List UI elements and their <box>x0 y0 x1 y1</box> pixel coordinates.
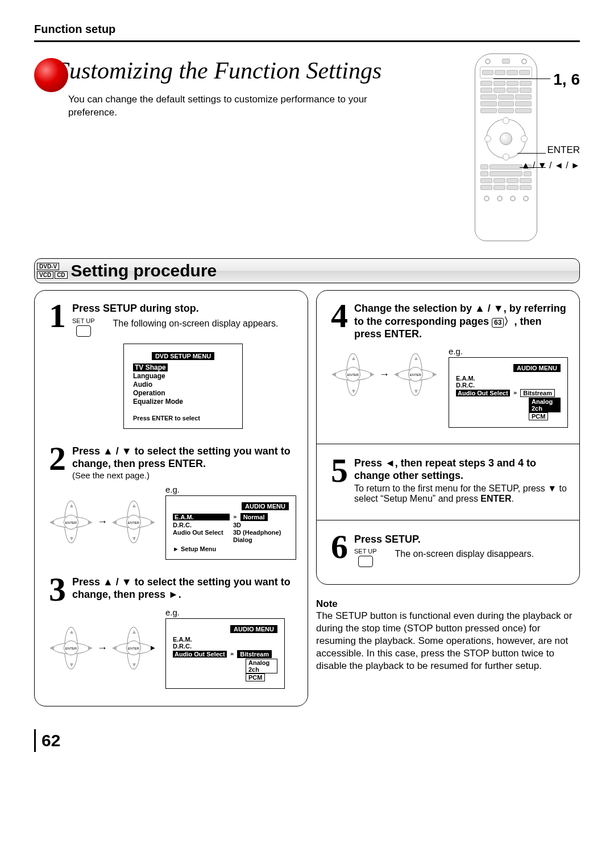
control-pad-icon: ENTER ▲▼◀▶ <box>330 353 376 396</box>
osd-option-selected: Analog 2ch <box>529 398 561 412</box>
procedure-banner: DVD-V VCD CD Setting procedure <box>34 258 580 283</box>
osd-hint: Press ENTER to select <box>133 415 233 421</box>
step-number: 4 <box>328 302 351 329</box>
arrow-right-icon: → <box>379 369 389 381</box>
step-heading: Press SETUP. <box>354 533 568 546</box>
osd-row-label-selected: Audio Out Select <box>456 390 510 396</box>
control-pad-icon: ENTER ▲▼◀▶ <box>111 501 156 543</box>
osd-row-value: 3D (Headphone) <box>233 529 281 536</box>
osd-title: DVD SETUP MENU <box>152 352 214 360</box>
step-4: 4 Change the selection by ▲ / ▼, by refe… <box>328 302 568 428</box>
section-label: Function setup <box>34 23 580 36</box>
setup-key-icon: SET UP <box>354 548 377 567</box>
step-subtext: The on-screen display disappears. <box>395 549 534 559</box>
osd-item: Audio <box>133 381 233 388</box>
callout-setup-steps: 1, 6 <box>553 71 580 89</box>
osd-item: Operation <box>133 389 233 397</box>
step-subtext: (See the next page.) <box>72 470 296 480</box>
osd-line: E.A.M. <box>456 375 561 382</box>
format-badge-dvdv: DVD-V <box>37 263 59 270</box>
osd-item: Equalizer Mode <box>133 398 233 406</box>
osd-option-selected: Bitstream <box>237 650 272 658</box>
divider <box>317 444 579 444</box>
osd-item: Language <box>133 372 233 380</box>
remote-led <box>521 59 527 64</box>
rule <box>34 40 580 42</box>
page-number-bar <box>34 729 36 752</box>
osd-row-label-selected: E.A.M. <box>173 514 230 520</box>
example-label: e.g. <box>165 485 296 494</box>
remote-top-btn <box>502 59 510 64</box>
step-subtext: The following on-screen display appears. <box>113 319 279 329</box>
decorative-sphere <box>34 58 68 92</box>
osd-dvd-setup-menu: DVD SETUP MENU TV Shape Language Audio O… <box>123 344 243 429</box>
osd-line: E.A.M. <box>173 636 277 643</box>
osd-audio-menu-step2: AUDIO MENU E.A.M.»Normal D.R.C.3D Audio … <box>165 495 296 560</box>
osd-audio-menu-step4: AUDIO MENU E.A.M. D.R.C. Audio Out Selec… <box>449 357 568 428</box>
osd-item-selected: TV Shape <box>133 363 168 371</box>
step-6: 6 Press SETUP. SET UP The on-screen disp… <box>328 533 568 568</box>
steps-column-right: 4 Change the selection by ▲ / ▼, by refe… <box>316 290 580 585</box>
osd-option: PCM <box>529 412 548 420</box>
format-badge-vcd: VCD <box>37 271 53 279</box>
setup-key-icon: SET UP <box>72 317 95 337</box>
page-ref-badge: 63 <box>492 318 504 328</box>
step-subtext: To return to the first menu for the SETU… <box>354 483 568 504</box>
arrow-right-icon: → <box>97 516 107 528</box>
osd-row-label-selected: Audio Out Select <box>173 651 227 658</box>
remote-diagram <box>475 53 537 241</box>
osd-row-label: Audio Out Select <box>173 529 230 536</box>
step-number: 3 <box>46 576 69 603</box>
osd-option: Bitstream <box>520 389 555 397</box>
divider <box>317 520 579 520</box>
control-pad-icon: ENTER ▲▼◀▶ <box>111 627 156 669</box>
osd-row-label: D.R.C. <box>173 522 230 528</box>
note-text: The SETUP button is functional even duri… <box>316 610 580 672</box>
step-heading: Press SETUP during stop. <box>72 302 296 315</box>
remote-led <box>485 59 491 64</box>
osd-title: AUDIO MENU <box>230 625 277 633</box>
step-heading: Change the selection by ▲ / ▼, by referr… <box>354 302 568 341</box>
indicator-icon: » <box>233 513 237 520</box>
step-heading: Press ◄, then repeat steps 3 and 4 to ch… <box>354 457 568 482</box>
control-pad-icon: ENTER ▲▼◀▶ <box>48 501 94 543</box>
step-1: 1 Press SETUP during stop. SET UP The fo… <box>46 302 296 429</box>
example-label: e.g. <box>165 607 296 617</box>
step-heading: Press ▲ / ▼ to select the setting you wa… <box>72 445 296 470</box>
osd-audio-menu-step3: AUDIO MENU E.A.M. D.R.C. Audio Out Selec… <box>165 618 285 689</box>
step-2: 2 Press ▲ / ▼ to select the setting you … <box>46 445 296 560</box>
page-number: 62 <box>42 731 60 750</box>
step-3: 3 Press ▲ / ▼ to select the setting you … <box>46 576 296 689</box>
step-number: 5 <box>328 457 351 484</box>
steps-column-left: 1 Press SETUP during stop. SET UP The fo… <box>34 290 308 706</box>
step-number: 6 <box>328 533 351 560</box>
format-badge-cd: CD <box>55 271 67 279</box>
page-title: Customizing the Function Settings <box>53 57 381 84</box>
osd-row-value: Dialog <box>233 536 252 543</box>
osd-line: D.R.C. <box>456 382 561 388</box>
intro-text: You can change the default settings to c… <box>68 93 415 119</box>
step-heading: Press ▲ / ▼ to select the setting you wa… <box>72 576 296 601</box>
indicator-icon: » <box>513 389 517 396</box>
osd-row-value-selected: Normal <box>240 513 268 521</box>
step-number: 2 <box>46 445 69 472</box>
step-number: 1 <box>46 302 69 329</box>
osd-line: D.R.C. <box>173 643 277 650</box>
osd-row-value: 3D <box>233 522 241 528</box>
osd-back-item: ► Setup Menu <box>173 545 289 552</box>
callout-enter: ENTER <box>547 144 580 156</box>
osd-option: Analog 2ch <box>246 659 277 673</box>
procedure-title: Setting procedure <box>71 261 217 280</box>
step-5: 5 Press ◄, then repeat steps 3 and 4 to … <box>328 457 568 504</box>
note-title: Note <box>316 598 580 610</box>
example-label: e.g. <box>449 346 568 356</box>
osd-title: AUDIO MENU <box>513 364 561 372</box>
callout-arrows: ▲ / ▼ / ◄ / ► <box>521 160 580 171</box>
control-pad-icon: ENTER ▲▼◀▶ <box>393 353 438 396</box>
control-pad-icon: ENTER ▲▼◀▶ <box>48 627 94 669</box>
osd-title: AUDIO MENU <box>242 502 289 510</box>
arrow-right-icon: → <box>97 642 107 654</box>
osd-option: PCM <box>246 673 265 681</box>
indicator-icon: » <box>230 650 234 658</box>
